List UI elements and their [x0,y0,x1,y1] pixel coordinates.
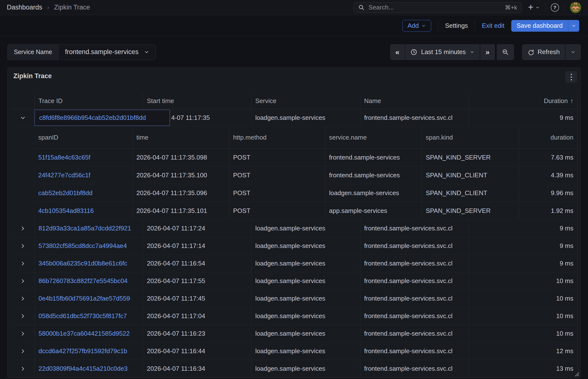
span-duration-cell: 7.63 ms [519,149,577,166]
expand-row-button[interactable] [12,325,34,342]
nav-actions: + ? [522,2,581,13]
duration-cell: 9 ms [469,255,577,272]
time-shift-forward-button[interactable]: » [480,44,495,60]
span-row: 24f4277e7cd56c1f 2026-04-07 11:17:35.100… [34,166,577,184]
time-shift-back-button[interactable]: « [390,44,405,60]
span-id-link[interactable]: 24f4277e7cd56c1f [38,172,90,179]
expand-row-button[interactable] [12,255,34,272]
search-shortcut: ⌘+k [505,4,517,11]
service-cell: loadgen.sample-services [251,343,360,360]
expand-row-button[interactable] [12,343,34,360]
variable-value: frontend.sample-services [65,48,139,56]
time-range-picker[interactable]: Last 15 minutes [405,44,480,60]
save-dashboard-dropdown[interactable] [568,20,579,32]
trace-id-link[interactable]: 345b006a6235c91d0b8e61c6fc [38,260,127,267]
save-dashboard-group: Save dashboard [511,20,579,32]
zoom-out-icon [502,49,509,56]
expand-row-button[interactable] [12,290,34,307]
service-cell: loadgen.sample-services [251,360,360,377]
top-nav: Dashboards › Zipkin Trace Search... ⌘+k … [0,0,588,15]
search-icon [358,4,365,11]
trace-row: 345b006a6235c91d0b8e61c6fc 2026-04-07 11… [12,255,577,272]
chevron-right-icon [20,331,26,337]
span-kind-cell: SPAN_KIND_CLIENT [422,184,519,202]
span-method-cell: POST [229,184,325,202]
span-id-link[interactable]: 51f15a8e4c63c65f [38,154,90,161]
header-trace-id[interactable]: Trace ID [34,93,143,109]
time-zoom-out-button[interactable] [497,44,514,60]
search-input[interactable]: Search... ⌘+k [354,2,522,13]
avatar[interactable] [570,2,581,13]
expand-row-button[interactable] [12,272,34,290]
span-id-link[interactable]: 4cb105354ad83116 [38,207,94,215]
exit-edit-button[interactable]: Exit edit [482,22,505,30]
start-time-cell: 2026-04-07 11:17:45 [143,290,251,307]
time-range-label: Last 15 minutes [421,48,466,56]
avatar-pixel-art [570,2,581,13]
span-id-link[interactable]: cab52eb2d01bf8dd [38,189,93,197]
new-button[interactable]: + [528,3,540,12]
start-time-cell: 2026-04-07 11:17:14 [143,237,251,254]
chevron-right-icon [20,366,26,372]
name-cell: frontend.sample-services.svc.cl [360,343,469,360]
service-cell: loadgen.sample-services [251,255,360,272]
span-duration-cell: 4.39 ms [519,166,577,184]
chevron-right-icon [20,296,26,302]
span-time-cell: 2026-04-07 11:17:35.098 [132,149,229,166]
duration-cell: 10 ms [469,307,577,325]
settings-button[interactable]: Settings [445,22,468,30]
trace-id-link[interactable]: 812d93a33ca1a85a7dcdd22f921 [38,225,131,232]
trace-id-link[interactable]: 573802cf585cd8dcc7a4994ae4 [38,242,127,250]
trace-id-link[interactable]: 0e4b15fb60d75691a2fae57d559 [38,295,130,302]
expand-row-button[interactable] [12,220,34,237]
name-cell: frontend.sample-services.svc.cl [360,360,469,377]
collapse-row-button[interactable] [12,109,34,126]
chevron-down-icon [144,49,149,55]
duration-cell: 9 ms [469,220,577,237]
subheader-span-id: spanID [34,127,132,148]
save-dashboard-button[interactable]: Save dashboard [511,20,568,32]
variable-service-name: Service Name frontend.sample-services [7,44,156,60]
header-service[interactable]: Service [251,93,360,109]
panel-title[interactable]: Zipkin Trace [13,72,52,80]
expand-row-button[interactable] [12,360,34,377]
chevron-right-icon [20,243,26,249]
span-time-cell: 2026-04-07 11:17:35.096 [132,184,229,202]
duration-cell: 9 ms [469,237,577,254]
trace-id-link[interactable]: dccd6a427f257fb91592fd79c1b [38,347,127,355]
span-time-cell: 2026-04-07 11:17:35.101 [132,202,229,220]
expand-row-button[interactable] [12,307,34,325]
trace-id-link[interactable]: 22d03809f94a4c415a210c0de3 [38,365,128,372]
breadcrumb-dashboards[interactable]: Dashboards [7,4,42,11]
expand-row-button[interactable] [12,237,34,254]
help-icon[interactable]: ? [551,3,559,12]
trace-id-link[interactable]: 058d5cd61dbc52f730c5f817fc7 [38,312,127,320]
time-range-group: « Last 15 minutes » [390,44,514,60]
header-duration-label: Duration [544,97,568,105]
refresh-button[interactable]: Refresh [522,44,565,60]
refresh-interval-dropdown[interactable] [566,44,581,60]
service-cell: loadgen.sample-services [251,237,360,254]
service-cell: loadgen.sample-services [251,272,360,290]
panel-header: Zipkin Trace [8,68,580,84]
header-duration[interactable]: Duration ↑ [469,93,577,109]
add-button[interactable]: Add [402,20,431,32]
trace-id-link[interactable]: 58000b1e37ca604421585d9522 [38,330,130,337]
table-header-row: Trace ID Start time Service Name Duratio… [12,93,577,109]
panel-resize-handle[interactable] [573,370,579,377]
name-cell: frontend.sample-services.svc.cl [360,307,469,325]
span-kind-cell: SPAN_KIND_SERVER [422,202,519,220]
breadcrumb-separator-icon: › [47,4,49,11]
trace-id-link[interactable]: c8fd6f8e8966b954cab52eb2d01bf8dd [39,114,146,122]
chevron-down-icon [571,50,576,55]
header-name[interactable]: Name [360,93,469,109]
start-time-cell: 2026-04-07 11:16:23 [143,325,251,342]
span-duration-cell: 1.92 ms [519,202,577,220]
variable-value-picker[interactable]: frontend.sample-services [59,45,156,60]
header-start-time[interactable]: Start time [143,93,251,109]
trace-id-link[interactable]: 86b7260783c882f27e5545bc04 [38,277,128,285]
start-time-cell: 2026-04-07 11:16:34 [143,360,251,377]
name-cell: frontend.sample-services.svc.cl [360,272,469,290]
panel-menu-button[interactable] [565,71,577,83]
service-cell: loadgen.sample-services [251,220,360,237]
